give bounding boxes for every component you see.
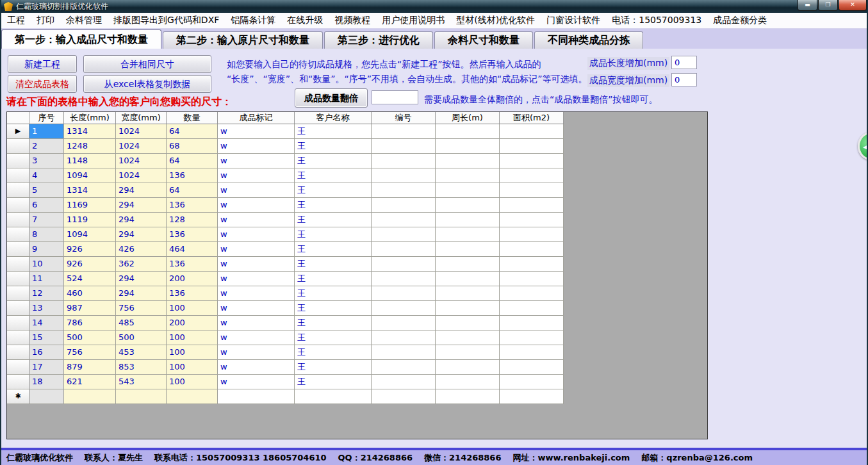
grid-cell-customer[interactable]: 王 — [295, 301, 372, 316]
grid-cell-code[interactable] — [372, 213, 436, 227]
grid-cell-code[interactable] — [372, 286, 436, 301]
grid-cell-area[interactable] — [500, 124, 564, 139]
grid-cell-code[interactable] — [372, 139, 436, 154]
grid-cell-qty[interactable]: 100 — [167, 375, 218, 389]
double-quantity-button[interactable]: 成品数量翻倍 — [295, 88, 368, 108]
grid-cell-qty[interactable]: 64 — [167, 124, 218, 139]
grid-cell-mark[interactable]: w — [218, 272, 295, 286]
grid-cell-code[interactable] — [372, 375, 436, 389]
length-add-input[interactable] — [671, 56, 697, 69]
grid-cell-length[interactable]: 987 — [64, 301, 116, 316]
grid-cell-qty[interactable]: 200 — [167, 272, 218, 286]
grid-cell-area[interactable] — [500, 301, 564, 316]
row-selector-cell[interactable] — [7, 183, 29, 198]
grid-header-cell[interactable]: 序号 — [29, 112, 64, 124]
grid-cell-mark[interactable]: w — [218, 360, 295, 375]
grid-cell-qty[interactable]: 136 — [167, 198, 218, 213]
grid-cell-seq[interactable]: 8 — [29, 227, 64, 242]
grid-cell-length[interactable]: 1148 — [64, 154, 116, 168]
menu-item[interactable]: 电话：15057009313 — [606, 15, 707, 26]
grid-cell-code[interactable] — [372, 242, 436, 257]
row-selector-cell[interactable] — [7, 330, 29, 345]
grid-cell-qty[interactable]: 100 — [167, 345, 218, 360]
grid-cell-empty[interactable] — [500, 389, 564, 404]
grid-cell-perimeter[interactable] — [436, 124, 500, 139]
grid-cell-seq[interactable]: 3 — [29, 154, 64, 168]
width-add-input[interactable] — [671, 73, 697, 86]
grid-cell-qty[interactable]: 64 — [167, 183, 218, 198]
grid-cell-width[interactable]: 543 — [116, 375, 167, 389]
grid-cell-perimeter[interactable] — [436, 301, 500, 316]
grid-cell-length[interactable]: 1169 — [64, 198, 116, 213]
row-selector-cell[interactable] — [7, 227, 29, 242]
grid-cell-width[interactable]: 1024 — [116, 124, 167, 139]
grid-cell-qty[interactable]: 136 — [167, 286, 218, 301]
grid-cell-perimeter[interactable] — [436, 183, 500, 198]
grid-cell-empty[interactable] — [295, 389, 372, 404]
grid-cell-area[interactable] — [500, 286, 564, 301]
grid-cell-mark[interactable]: w — [218, 375, 295, 389]
grid-cell-empty[interactable] — [167, 389, 218, 404]
grid-cell-customer[interactable]: 王 — [295, 227, 372, 242]
grid-cell-mark[interactable]: w — [218, 124, 295, 139]
grid-cell-empty[interactable] — [372, 389, 436, 404]
grid-cell-seq[interactable]: 16 — [29, 345, 64, 360]
row-selector-cell[interactable] — [7, 272, 29, 286]
row-selector-cell[interactable] — [7, 168, 29, 183]
grid-cell-length[interactable]: 1248 — [64, 139, 116, 154]
grid-cell-customer[interactable]: 王 — [295, 375, 372, 389]
row-selector-cell[interactable] — [7, 301, 29, 316]
grid-cell-length[interactable]: 1314 — [64, 183, 116, 198]
tab[interactable]: 余料尺寸和数量 — [434, 31, 533, 49]
grid-cell-perimeter[interactable] — [436, 330, 500, 345]
grid-cell-code[interactable] — [372, 124, 436, 139]
menu-item[interactable]: 在线升级 — [281, 15, 329, 26]
grid-cell-qty[interactable]: 100 — [167, 360, 218, 375]
grid-cell-mark[interactable]: w — [218, 316, 295, 330]
grid-cell-qty[interactable]: 136 — [167, 168, 218, 183]
grid-cell-seq[interactable]: 1 — [29, 124, 64, 139]
grid-cell-perimeter[interactable] — [436, 316, 500, 330]
grid-cell-length[interactable]: 500 — [64, 330, 116, 345]
grid-cell-mark[interactable]: w — [218, 213, 295, 227]
grid-cell-mark[interactable]: w — [218, 301, 295, 316]
grid-cell-customer[interactable]: 王 — [295, 360, 372, 375]
row-selector-cell[interactable] — [7, 257, 29, 272]
grid-header-cell[interactable]: 长度(mm) — [64, 112, 116, 124]
grid-cell-seq[interactable]: 2 — [29, 139, 64, 154]
grid-header-cell[interactable]: 数量 — [167, 112, 218, 124]
grid-cell-seq[interactable]: 9 — [29, 242, 64, 257]
grid-cell-area[interactable] — [500, 257, 564, 272]
menu-item[interactable]: 用户使用说明书 — [376, 15, 450, 26]
grid-cell-seq[interactable]: 14 — [29, 316, 64, 330]
grid-cell-perimeter[interactable] — [436, 213, 500, 227]
grid-cell-length[interactable]: 786 — [64, 316, 116, 330]
grid-cell-code[interactable] — [372, 360, 436, 375]
grid-cell-width[interactable]: 453 — [116, 345, 167, 360]
grid-cell-length[interactable]: 1119 — [64, 213, 116, 227]
grid-cell-qty[interactable]: 136 — [167, 257, 218, 272]
grid-cell-area[interactable] — [500, 183, 564, 198]
grid-cell-width[interactable]: 294 — [116, 213, 167, 227]
row-selector-cell[interactable] — [7, 375, 29, 389]
row-selector-cell[interactable] — [7, 198, 29, 213]
grid-cell-length[interactable]: 524 — [64, 272, 116, 286]
row-selector-cell[interactable] — [7, 242, 29, 257]
grid-cell-length[interactable]: 1314 — [64, 124, 116, 139]
grid-cell-area[interactable] — [500, 242, 564, 257]
grid-cell-area[interactable] — [500, 375, 564, 389]
grid-cell-width[interactable]: 294 — [116, 286, 167, 301]
grid-corner-cell[interactable] — [7, 112, 29, 124]
menu-item[interactable]: 打印 — [31, 15, 60, 26]
grid-cell-seq[interactable]: 10 — [29, 257, 64, 272]
grid-cell-perimeter[interactable] — [436, 168, 500, 183]
grid-cell-perimeter[interactable] — [436, 360, 500, 375]
grid-cell-length[interactable]: 756 — [64, 345, 116, 360]
grid-cell-mark[interactable]: w — [218, 154, 295, 168]
grid-cell-area[interactable] — [500, 213, 564, 227]
grid-cell-customer[interactable]: 王 — [295, 272, 372, 286]
grid-cell-perimeter[interactable] — [436, 345, 500, 360]
grid-cell-code[interactable] — [372, 198, 436, 213]
row-selector-cell[interactable] — [7, 213, 29, 227]
grid-cell-mark[interactable]: w — [218, 345, 295, 360]
